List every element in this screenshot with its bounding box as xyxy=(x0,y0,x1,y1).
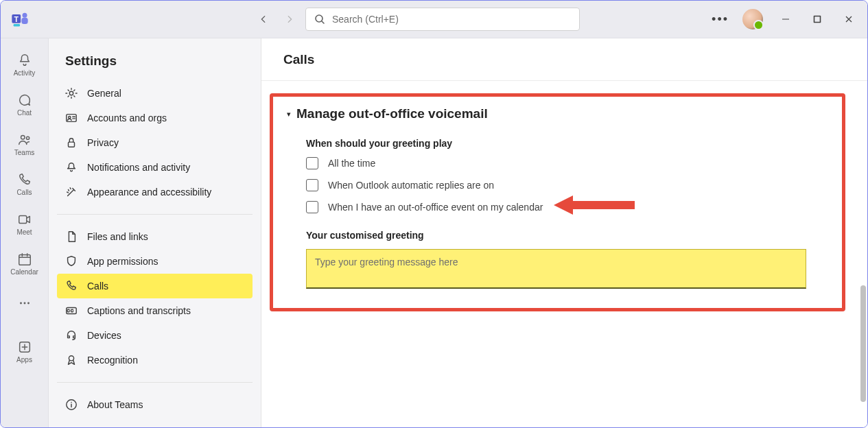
shield-icon xyxy=(65,255,78,268)
svg-point-17 xyxy=(69,116,71,118)
rail-item-chat[interactable]: Chat xyxy=(3,85,47,123)
section-title: Manage out-of-office voicemail xyxy=(296,106,488,121)
rail-item-activity[interactable]: Activity xyxy=(3,45,47,84)
sidebar-item-recognition[interactable]: Recognition xyxy=(57,348,253,372)
app-rail: Activity Chat Teams Calls Meet Calendar xyxy=(1,38,49,427)
svg-rect-9 xyxy=(19,215,26,223)
svg-point-11 xyxy=(20,302,22,305)
rail-item-calls[interactable]: Calls xyxy=(3,165,47,203)
checkbox[interactable] xyxy=(306,157,318,169)
svg-rect-18 xyxy=(69,142,75,147)
sidebar-item-files[interactable]: Files and links xyxy=(57,224,253,249)
settings-sidebar: Settings General Accounts and orgs Priva… xyxy=(49,38,261,427)
id-card-icon xyxy=(65,112,78,124)
file-icon xyxy=(65,230,78,243)
rail-item-label: Meet xyxy=(16,228,32,236)
gear-icon xyxy=(65,87,78,99)
sidebar-item-accounts[interactable]: Accounts and orgs xyxy=(57,106,253,130)
rail-item-more[interactable] xyxy=(3,284,47,322)
avatar[interactable] xyxy=(742,9,763,29)
sidebar-item-calls[interactable]: Calls xyxy=(57,274,253,298)
headset-icon xyxy=(65,329,78,342)
sidebar-item-label: Notifications and activity xyxy=(87,162,190,173)
svg-text:T: T xyxy=(14,15,19,23)
rail-item-label: Chat xyxy=(17,109,32,117)
checkbox[interactable] xyxy=(306,201,318,213)
sidebar-item-label: Privacy xyxy=(87,137,119,148)
sidebar-item-label: Captions and transcripts xyxy=(87,305,191,316)
svg-rect-4 xyxy=(14,24,20,27)
forward-button[interactable] xyxy=(279,9,300,29)
maximize-button[interactable] xyxy=(808,10,826,28)
phone-icon xyxy=(17,172,32,187)
calendar-icon xyxy=(17,252,32,267)
teams-logo-icon: T xyxy=(10,10,30,29)
svg-point-7 xyxy=(21,135,25,139)
ribbon-icon xyxy=(65,354,78,366)
captions-icon xyxy=(65,305,78,317)
main-panel: Calls ▾ Manage out-of-office voicemail W… xyxy=(261,38,867,427)
bell-icon xyxy=(17,53,32,68)
settings-title: Settings xyxy=(49,54,261,81)
rail-item-teams[interactable]: Teams xyxy=(3,125,47,163)
rail-item-label: Apps xyxy=(16,356,32,364)
minimize-button[interactable] xyxy=(777,10,795,28)
sidebar-item-permissions[interactable]: App permissions xyxy=(57,249,253,274)
more-options-button[interactable]: ••• xyxy=(712,12,729,27)
video-icon xyxy=(17,212,32,227)
greeting-question: When should your greeting play xyxy=(306,138,828,149)
sidebar-item-label: Calls xyxy=(87,281,108,292)
greeting-textarea[interactable] xyxy=(306,249,806,289)
rail-item-calendar[interactable]: Calendar xyxy=(3,244,47,283)
search-input[interactable] xyxy=(332,14,571,25)
bell-icon xyxy=(65,161,78,174)
sidebar-item-about[interactable]: About Teams xyxy=(57,392,253,417)
chat-icon xyxy=(17,93,32,108)
back-button[interactable] xyxy=(253,9,274,29)
option-row-outlook[interactable]: When Outlook automatic replies are on xyxy=(306,179,828,191)
rail-item-label: Activity xyxy=(14,69,36,77)
phone-icon xyxy=(65,280,78,292)
scrollbar-thumb[interactable] xyxy=(860,285,866,402)
search-box[interactable] xyxy=(305,8,580,31)
titlebar: T ••• xyxy=(1,1,867,38)
option-row-all-time[interactable]: All the time xyxy=(306,157,828,169)
page-title: Calls xyxy=(283,52,314,67)
option-label: All the time xyxy=(328,158,375,169)
sidebar-item-label: General xyxy=(87,88,121,99)
sidebar-item-captions[interactable]: Captions and transcripts xyxy=(57,298,253,323)
sidebar-item-appearance[interactable]: Appearance and accessibility xyxy=(57,180,253,204)
svg-point-2 xyxy=(23,13,27,18)
svg-point-12 xyxy=(23,302,25,305)
wand-icon xyxy=(65,186,78,198)
sidebar-item-label: Appearance and accessibility xyxy=(87,187,211,198)
section-header[interactable]: ▾ Manage out-of-office voicemail xyxy=(287,106,828,121)
rail-item-apps[interactable]: Apps xyxy=(3,332,47,370)
sidebar-item-label: App permissions xyxy=(87,256,159,267)
option-label: When I have an out-of-office event on my… xyxy=(328,202,543,213)
sidebar-item-devices[interactable]: Devices xyxy=(57,323,253,348)
close-button[interactable] xyxy=(840,10,858,28)
sidebar-item-label: About Teams xyxy=(87,399,143,410)
search-icon xyxy=(314,14,325,25)
option-label: When Outlook automatic replies are on xyxy=(328,180,494,191)
sidebar-item-label: Recognition xyxy=(87,355,138,366)
svg-point-13 xyxy=(27,302,30,305)
svg-rect-6 xyxy=(814,16,821,23)
info-icon xyxy=(65,399,78,411)
svg-point-15 xyxy=(69,91,73,95)
sidebar-item-label: Accounts and orgs xyxy=(87,112,167,123)
sidebar-item-privacy[interactable]: Privacy xyxy=(57,130,253,155)
sidebar-item-general[interactable]: General xyxy=(57,81,253,106)
svg-rect-10 xyxy=(19,254,30,265)
lock-icon xyxy=(65,136,78,149)
sidebar-item-label: Devices xyxy=(87,330,121,341)
checkbox[interactable] xyxy=(306,179,318,191)
sidebar-item-notifications[interactable]: Notifications and activity xyxy=(57,155,253,180)
collapse-icon: ▾ xyxy=(287,110,291,119)
rail-item-label: Teams xyxy=(14,149,34,156)
svg-rect-3 xyxy=(21,18,27,24)
rail-item-label: Calls xyxy=(16,189,32,196)
people-icon xyxy=(17,132,32,147)
rail-item-meet[interactable]: Meet xyxy=(3,204,47,243)
